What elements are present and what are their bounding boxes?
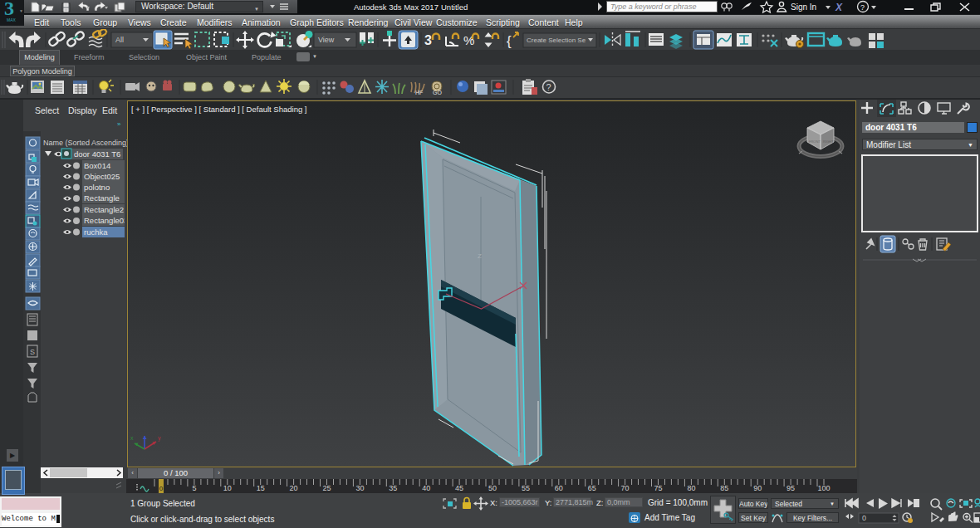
svg-text:S: S — [30, 348, 35, 356]
svg-text:?: ? — [546, 82, 551, 92]
svg-text:35: 35 — [389, 484, 397, 492]
svg-text:x: x — [130, 435, 134, 441]
svg-text:Create Selection Se: Create Selection Se — [527, 37, 586, 44]
svg-text:Z: Z — [478, 252, 482, 260]
svg-text:FRONT: FRONT — [809, 139, 821, 144]
svg-text:85: 85 — [720, 484, 728, 492]
svg-text:All: All — [115, 36, 124, 44]
svg-text:HF: HF — [415, 90, 423, 95]
svg-text:25: 25 — [322, 484, 331, 492]
svg-text:0: 0 — [159, 485, 164, 492]
svg-text:95: 95 — [786, 484, 795, 492]
svg-text:75: 75 — [654, 484, 662, 492]
svg-text:3: 3 — [424, 33, 432, 47]
svg-text:100: 100 — [817, 484, 830, 492]
svg-text:55: 55 — [522, 484, 530, 492]
svg-text:70: 70 — [621, 484, 630, 492]
svg-text:0: 0 — [862, 514, 866, 522]
svg-text:90: 90 — [753, 484, 762, 492]
svg-text:30: 30 — [355, 484, 364, 492]
svg-text:?: ? — [860, 3, 865, 12]
svg-text:{: { — [507, 33, 512, 49]
svg-text:50: 50 — [488, 484, 497, 492]
svg-text:5: 5 — [192, 484, 196, 492]
svg-text:RIGHT: RIGHT — [823, 139, 834, 144]
svg-text:60: 60 — [555, 484, 563, 492]
svg-text:GO: GO — [433, 90, 442, 95]
svg-text:X: X — [835, 2, 843, 13]
svg-text:80: 80 — [687, 484, 695, 492]
svg-text:40: 40 — [422, 484, 430, 492]
svg-text:65: 65 — [588, 484, 596, 492]
svg-text:Sign In: Sign In — [791, 2, 816, 12]
svg-text:45: 45 — [455, 484, 463, 492]
svg-text:10: 10 — [223, 484, 232, 492]
svg-text:View: View — [318, 36, 335, 44]
svg-text:20: 20 — [290, 484, 298, 492]
svg-text:15: 15 — [257, 484, 265, 492]
svg-text:y: y — [158, 435, 161, 442]
